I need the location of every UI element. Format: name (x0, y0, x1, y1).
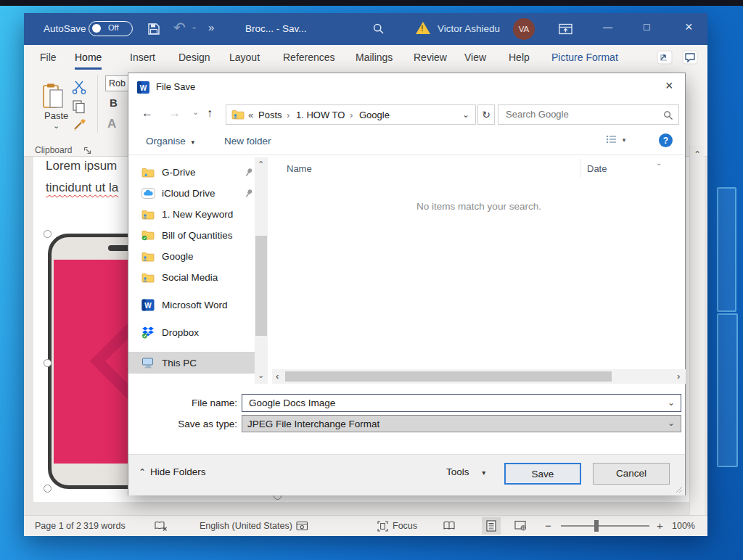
format-painter-icon[interactable] (73, 118, 87, 133)
filename-dropdown-icon[interactable]: ⌄ (668, 398, 675, 408)
search-icon[interactable] (372, 22, 385, 36)
address-bar[interactable]: « Posts › 1. HOW TO › Google ⌄ (226, 104, 476, 125)
sidebar-item-gdrive[interactable]: G-Drive (134, 162, 255, 183)
sidebar-item-dropbox[interactable]: Dropbox (134, 322, 255, 343)
zoom-out-button[interactable]: − (545, 519, 551, 532)
forward-button[interactable]: → (169, 107, 181, 120)
save-icon[interactable] (147, 22, 160, 36)
search-box[interactable] (498, 104, 679, 125)
toolbar-overflow-icon[interactable]: » (208, 21, 214, 33)
dialog-launcher-icon[interactable] (83, 147, 92, 155)
macro-record-icon[interactable] (296, 521, 308, 531)
focus-label[interactable]: Focus (393, 521, 417, 531)
column-sort-icon[interactable]: ⌄ (656, 159, 662, 167)
print-layout-button[interactable] (482, 517, 501, 535)
tab-help[interactable]: Help (509, 48, 530, 67)
list-horizontal-scrollbar[interactable]: ‹ › (272, 369, 686, 384)
sidebar-item-this-pc[interactable]: This PC (128, 352, 255, 374)
sidebar-item-icloud[interactable]: iCloud Drive (134, 183, 255, 204)
zoom-slider-thumb[interactable] (594, 520, 599, 532)
share-icon[interactable] (657, 50, 673, 65)
word-count[interactable]: 319 words (83, 521, 126, 531)
scroll-up-icon[interactable]: ⌃ (258, 160, 264, 169)
word-vertical-scrollbar[interactable]: ⌃ (689, 145, 705, 515)
avatar[interactable]: VA (513, 18, 535, 40)
column-header-name[interactable]: Name (287, 163, 312, 174)
tab-view[interactable]: View (464, 48, 486, 67)
help-button[interactable]: ? (659, 133, 673, 147)
scroll-right-icon[interactable]: › (677, 371, 680, 382)
zoom-in-button[interactable]: + (657, 519, 663, 532)
organise-menu[interactable]: Organise ▾ (146, 136, 194, 147)
font-color-button[interactable]: A (107, 117, 116, 131)
language-status[interactable]: English (United States) (200, 521, 292, 531)
undo-dropdown-icon[interactable]: ⌄ (191, 22, 197, 31)
undo-icon[interactable]: ↶ (173, 19, 186, 36)
tab-picture-format[interactable]: Picture Format (551, 48, 618, 67)
crumb-prefix[interactable]: « (248, 110, 253, 120)
focus-icon[interactable] (377, 521, 388, 532)
autosave-toggle[interactable]: Off (89, 21, 133, 36)
tab-file[interactable]: File (40, 48, 57, 67)
paste-dropdown-icon[interactable]: ⌄ (53, 121, 59, 131)
breadcrumb-posts[interactable]: Posts (258, 110, 282, 120)
sidebar-item-bill-of-quantities[interactable]: Bill of Quantities (134, 225, 255, 246)
scrollbar-thumb[interactable] (285, 371, 612, 382)
paste-label[interactable]: Paste (44, 110, 68, 121)
comment-icon[interactable] (682, 50, 698, 65)
read-mode-icon[interactable] (443, 520, 456, 531)
tab-references[interactable]: References (283, 48, 335, 67)
tab-insert[interactable]: Insert (130, 48, 155, 67)
scroll-left-icon[interactable]: ‹ (276, 371, 279, 382)
breadcrumb-google[interactable]: Google (359, 110, 390, 120)
filename-combobox[interactable]: ⌄ (242, 394, 681, 412)
breadcrumb-howto[interactable]: 1. HOW TO (296, 110, 345, 120)
font-name-box[interactable]: Rob (105, 75, 130, 91)
cancel-button[interactable]: Cancel (593, 463, 670, 485)
column-separator[interactable] (580, 159, 580, 178)
new-folder-button[interactable]: New folder (224, 136, 271, 147)
sidebar-item-social-media[interactable]: Social Media (134, 267, 255, 288)
scroll-up-icon[interactable]: ⌃ (694, 149, 701, 160)
address-dropdown-icon[interactable]: ⌄ (462, 110, 469, 120)
tools-menu[interactable]: Tools ▾ (446, 466, 485, 477)
ribbon-display-options-icon[interactable] (559, 22, 572, 36)
tab-home[interactable]: Home (75, 48, 102, 70)
warning-icon[interactable]: ! (416, 22, 430, 34)
tab-layout[interactable]: Layout (229, 48, 260, 67)
close-button[interactable]: × (685, 20, 693, 35)
save-button[interactable]: Save (504, 463, 581, 485)
dialog-titlebar[interactable]: W File Save × (128, 73, 685, 101)
tab-design[interactable]: Design (178, 48, 210, 67)
search-input[interactable] (504, 108, 660, 120)
filename-input[interactable] (247, 397, 657, 409)
page-count[interactable]: Page 1 of 2 (35, 521, 81, 531)
cut-icon[interactable] (72, 80, 88, 96)
recent-locations-icon[interactable]: ⌄ (192, 107, 199, 117)
tab-review[interactable]: Review (414, 48, 447, 67)
breadcrumb-separator[interactable]: › (350, 110, 353, 120)
scrollbar-thumb[interactable] (255, 236, 267, 336)
paste-icon[interactable] (42, 83, 65, 110)
maximize-button[interactable]: □ (644, 21, 649, 33)
sidebar-scrollbar[interactable]: ⌃ ⌄ (255, 157, 268, 384)
bold-button[interactable]: B (110, 96, 118, 109)
zoom-percent[interactable]: 100% (672, 521, 695, 531)
minimize-button[interactable]: — (603, 22, 612, 33)
up-button[interactable]: ↑ (207, 107, 213, 120)
sidebar-item-new-keyword[interactable]: 1. New Keyword (134, 204, 255, 225)
dialog-close-button[interactable]: × (665, 78, 673, 94)
hide-folders-button[interactable]: ⌃Hide Folders (139, 466, 206, 477)
selection-handle[interactable] (44, 485, 52, 493)
copy-icon[interactable] (72, 99, 86, 114)
tab-mailings[interactable]: Mailings (356, 48, 393, 67)
proofing-icon[interactable] (155, 521, 168, 532)
sidebar-item-microsoft-word[interactable]: W Microsoft Word (134, 295, 255, 316)
refresh-button[interactable]: ↻ (477, 104, 495, 125)
breadcrumb-separator[interactable]: › (287, 110, 290, 120)
resize-grip-icon[interactable] (676, 486, 683, 493)
sidebar-item-google[interactable]: Google (134, 246, 255, 267)
savetype-combobox[interactable]: JPEG File Interchange Format ⌄ (242, 415, 681, 432)
selection-handle[interactable] (44, 359, 52, 367)
scroll-down-icon[interactable]: ⌄ (258, 371, 264, 380)
